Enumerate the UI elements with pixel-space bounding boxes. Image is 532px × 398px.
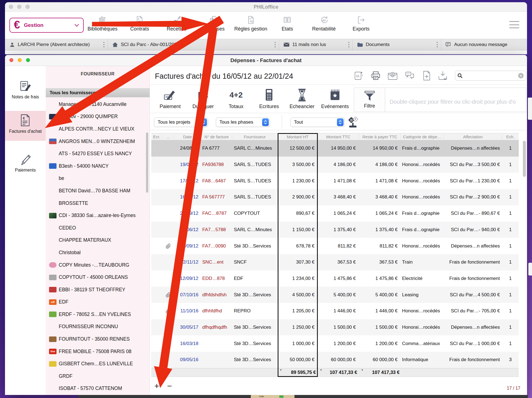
filtre-button[interactable]: Filtre [354, 88, 385, 112]
supplier-item[interactable]: B3esh - 54000 NANCY [46, 160, 150, 172]
mail-search-button[interactable] [387, 70, 399, 81]
table-row[interactable]: 30/05/17dfhqdfhqdfhSté 3D…Services1 250,… [151, 319, 519, 336]
vertical-dots-icon[interactable] [436, 42, 438, 48]
rail-item-factures-achat[interactable]: € Factures d'achat [5, 111, 46, 141]
supplier-item[interactable]: FOURNISSEUR INCONNU [46, 321, 150, 333]
totaux-button[interactable]: 4+2 Totaux [221, 88, 252, 111]
supplier-logo-icon [49, 275, 57, 280]
supplier-item[interactable]: ALPES CONTR…NECY LE VIEUX [46, 123, 150, 135]
supplier-item[interactable]: ANGROS MEN…0 WINTZENHEIM [46, 135, 150, 148]
supplier-item[interactable]: COPY Minutes -…TEAUBOURG [46, 259, 150, 271]
print-button[interactable] [370, 70, 382, 81]
status-user[interactable]: LARCHI Pierre (Abvent architecte) [5, 39, 108, 50]
table-row[interactable]: 07/10/16dfhfdshdfshSté 3D…Services4 500,… [151, 287, 519, 303]
search-input[interactable] [464, 73, 516, 78]
supplier-item[interactable]: Acianov - 29000 QUIMPER [46, 111, 150, 123]
menu-item-etats[interactable]: Etats [267, 16, 308, 32]
evenements-button[interactable]: Evénements [319, 88, 351, 111]
column-header[interactable]: Montant HT [278, 134, 318, 139]
menu-item-bibliotheques[interactable]: Bibliothèques [82, 16, 123, 32]
dupliquer-button[interactable]: Dupliquer [188, 88, 219, 111]
menu-item-rentabilite[interactable]: Rentabilité [303, 16, 345, 32]
column-header[interactable]: Ecr. [151, 134, 162, 139]
table-row[interactable]: 12/09/12EDD…878EDF1 234,00 €1 475,86 €1 … [151, 271, 519, 287]
ecritures-button[interactable]: Ecritures [254, 88, 285, 111]
supplier-item[interactable]: BETONI David…70 BASSE HAM [46, 185, 150, 197]
supplier-scrollbar[interactable] [146, 132, 148, 193]
supplier-item[interactable]: CDI - 38330 Sai…azaire-les-Eymes [46, 209, 150, 222]
paiement-button[interactable]: Paiement [155, 88, 186, 111]
table-row[interactable]: 19/09/12FA936788SARL S…TUDES3 500,00 €4 … [151, 157, 519, 173]
gestion-menu-button[interactable]: € Gestion [9, 18, 84, 33]
status-documents[interactable]: Documents [353, 39, 441, 50]
phases-select[interactable]: Tous les phases [216, 118, 270, 127]
table-row[interactable]: 16/05/12FA 567777SARL S…TUDES2 900,00 €3… [151, 189, 519, 205]
column-header[interactable]: … [162, 134, 174, 139]
status-mails[interactable]: 11 mails non lus [279, 39, 353, 50]
supplier-item[interactable]: GISBERT Chem…ES LUNEVILLE [46, 358, 150, 370]
echeancier-button[interactable]: Echeancier [287, 88, 318, 111]
supplier-item[interactable]: ISOBAT - 57570 CATTENOM [46, 382, 150, 395]
table-row[interactable]: 04/06/12FA7…5788SARL C…Minutes1 150,00 €… [151, 222, 519, 238]
new-document-button[interactable] [421, 70, 433, 81]
supplier-item[interactable]: BROSSETTE [46, 197, 150, 210]
supplier-item-all[interactable]: Tous les fournisseurs [46, 88, 150, 97]
supplier-item[interactable]: CHAPPEE MATERIAUX [46, 234, 150, 247]
supplier-item[interactable]: CEDEO [46, 222, 150, 234]
supplier-logo-icon [49, 126, 57, 132]
table-row[interactable]: 24/08/12FA 6777SARL C…Minutes12 500,00 €… [151, 140, 519, 157]
table-scrollbar[interactable] [523, 141, 526, 177]
column-header[interactable]: Montant TTC [318, 134, 359, 139]
supplier-item[interactable]: be [46, 172, 150, 185]
column-header[interactable]: Reste à payer TTC [359, 134, 401, 139]
menu-item-depenses[interactable]: € Dépenses [193, 16, 234, 32]
supplier-item[interactable]: Christobal [46, 246, 150, 259]
import-button[interactable] [437, 70, 449, 81]
supplier-item[interactable]: EBBI - 38119 ST THEOFFREY [46, 284, 150, 296]
status-messages[interactable]: Aucun nouveau message [441, 39, 527, 50]
df-signpost-button[interactable]: DF [347, 115, 360, 130]
clear-search-icon[interactable]: ✕ [518, 73, 524, 78]
table-row[interactable]: 12/09/12FA7…0090Sté 3D…Services678,78 €8… [151, 238, 519, 254]
table-row[interactable]: 16/03/18Sté 3D…Services1 000,00 €1 200,0… [151, 335, 519, 352]
menu-item-regles-gestion[interactable]: €% Règles gestion [230, 16, 272, 32]
ai-assistant-button[interactable]: IA [353, 70, 365, 81]
scatter-chart-icon [172, 16, 181, 24]
filter-input[interactable] [385, 88, 526, 112]
table-row[interactable]: 11/10/16dfhhfdfhdREPRO1 205,00 €1 446,00… [151, 303, 519, 319]
menu-item-exports[interactable]: Exports [340, 16, 382, 32]
scope-select[interactable]: Tout [290, 118, 345, 127]
remove-row-button[interactable]: − [167, 382, 172, 390]
column-header[interactable]: Fournisseur [232, 134, 278, 139]
status-project[interactable]: SCI du Parc - Abv-001/2022 [108, 39, 279, 50]
hamburger-menu-icon[interactable] [509, 21, 519, 28]
supplier-item[interactable]: FOURNITOUT - 35000 RENNES [46, 333, 150, 345]
supplier-item[interactable]: freeFREE MOBILE - 75008 PARIS 08 [46, 345, 150, 358]
supplier-item[interactable]: ERDF - 78052 S…EN YVELINES [46, 308, 150, 321]
column-header[interactable]: Ech. [502, 134, 519, 139]
table-row[interactable]: 17/07/12FA8…6467SARL S…TUDES1 230,00 €1 … [151, 173, 519, 189]
rail-item-notes-de-frais[interactable]: Notes de frais [5, 77, 46, 108]
projects-select[interactable]: Tous les projets [154, 118, 208, 127]
column-header[interactable]: N° de facture [201, 134, 232, 139]
supplier-item[interactable]: edfEDF [46, 296, 150, 308]
rail-item-paiements[interactable]: Paiements [5, 150, 46, 179]
menu-item-contrats[interactable]: € Contrats [119, 16, 160, 32]
vertical-dots-icon[interactable] [103, 42, 105, 48]
vertical-dots-icon[interactable] [348, 42, 350, 48]
column-header[interactable]: Date [174, 134, 201, 139]
supplier-item[interactable]: ATS - 54270 ESSEY LES NANCY [46, 147, 150, 160]
table-row[interactable]: 09/05/16Sté 3D…Services50 000,00 €60 000… [151, 352, 519, 368]
table-row[interactable]: 20/09/12FAC…8787COPYTOUT890,67 €1 065,24… [151, 205, 519, 222]
supplier-item[interactable]: GRDF [46, 370, 150, 382]
column-header[interactable]: Catégorie de dépe… [401, 134, 444, 139]
supplier-item[interactable]: Manager Ser…1140 Aucamville [46, 98, 150, 111]
menu-item-recettes[interactable]: Recettes [156, 16, 197, 32]
philoffice-window: PHILoffice € Gestion Bibliothèques € Con… [5, 2, 527, 54]
table-row[interactable]: 02/11/12SNC…entSNCF307,30 €367,53 €367,5… [151, 254, 519, 271]
supplier-item[interactable]: COPYTOUT - 45000 ORLEANS [46, 271, 150, 284]
add-row-button[interactable]: + [154, 382, 159, 390]
vertical-dots-icon[interactable] [274, 42, 276, 48]
column-header[interactable]: Affectation [444, 134, 502, 139]
comments-button[interactable] [404, 70, 416, 81]
